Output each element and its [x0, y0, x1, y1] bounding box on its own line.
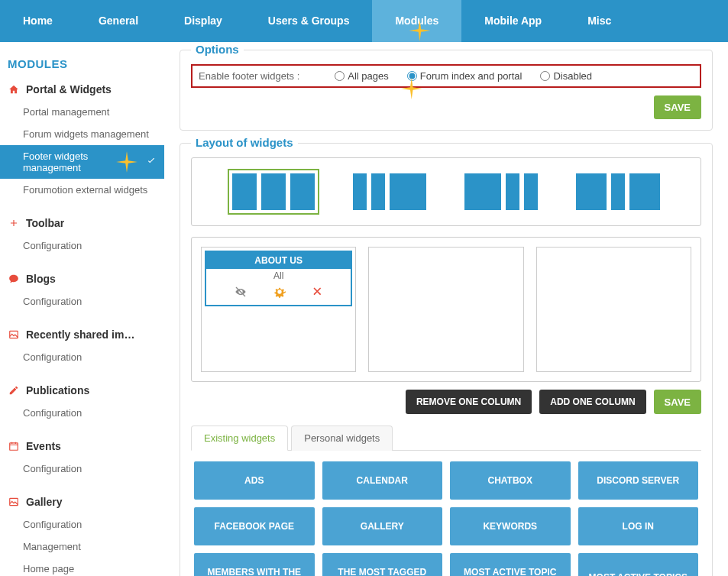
- sidebar-item-footer-widgets[interactable]: Footer widgets management: [0, 145, 164, 179]
- widget-tile-keywords[interactable]: KEYWORDS: [450, 507, 571, 545]
- enable-footer-widgets-row: Enable footer widgets : All pages Forum …: [191, 64, 701, 88]
- home-icon: [8, 83, 20, 95]
- options-panel: Options Enable footer widgets : All page…: [180, 50, 713, 131]
- check-icon: [146, 156, 157, 169]
- sidebar-item-publications-config[interactable]: Configuration: [0, 402, 164, 424]
- nav-misc[interactable]: Misc: [565, 0, 634, 42]
- sidebar-item-recently-shared-config[interactable]: Configuration: [0, 346, 164, 368]
- sidebar-item-toolbar-config[interactable]: Configuration: [0, 235, 164, 257]
- sidebar-head-toolbar[interactable]: Toolbar: [0, 212, 164, 235]
- radio-forum-index-portal[interactable]: Forum index and portal: [407, 70, 523, 82]
- top-nav: Home General Display Users & Groups Modu…: [0, 0, 728, 42]
- sidebar-section-gallery: Gallery Configuration Management Home pa…: [0, 490, 164, 576]
- sidebar-section-portal-widgets: Portal & Widgets Portal management Forum…: [0, 78, 164, 201]
- sidebar-item-gallery-management[interactable]: Management: [0, 536, 164, 558]
- tab-existing-widgets[interactable]: Existing widgets: [191, 426, 288, 451]
- layout-presets: [191, 157, 701, 226]
- nav-users-groups[interactable]: Users & Groups: [245, 0, 373, 42]
- sidebar-item-blogs-config[interactable]: Configuration: [0, 290, 164, 312]
- widget-drop-zones: ABOUT US All: [191, 237, 701, 382]
- nav-display[interactable]: Display: [161, 0, 245, 42]
- widget-tile-most-points[interactable]: MEMBERS WITH THE MOST POINTS: [194, 553, 315, 576]
- nav-modules[interactable]: Modules: [372, 0, 461, 42]
- widget-meta: All: [206, 269, 351, 283]
- eye-off-icon[interactable]: [235, 286, 247, 300]
- sidebar-item-gallery-homepage[interactable]: Home page: [0, 558, 164, 576]
- sidebar-section-recently-shared: Recently shared im… Configuration: [0, 323, 164, 368]
- sidebar-section-blogs: Blogs Configuration: [0, 267, 164, 312]
- widget-tile-active-topics[interactable]: MOST ACTIVE TOPICS: [578, 553, 699, 576]
- widget-tile-discord[interactable]: DISCORD SERVER: [578, 461, 699, 500]
- widget-title: ABOUT US: [206, 252, 351, 269]
- widget-tile-active-starters[interactable]: MOST ACTIVE TOPIC STARTERS: [450, 553, 571, 576]
- widget-zone-1[interactable]: ABOUT US All: [201, 247, 356, 372]
- sidebar-item-gallery-config[interactable]: Configuration: [0, 513, 164, 536]
- layout-preset-2[interactable]: [348, 169, 431, 215]
- options-save-button[interactable]: SAVE: [654, 95, 701, 119]
- chat-icon: [8, 273, 20, 285]
- sidebar-head-portal-widgets[interactable]: Portal & Widgets: [0, 78, 164, 101]
- sidebar-head-events[interactable]: Events: [0, 435, 164, 458]
- svg-rect-1: [10, 443, 18, 450]
- plus-icon: [8, 217, 20, 229]
- add-column-button[interactable]: ADD ONE COLUMN: [539, 390, 645, 414]
- widget-tile-login[interactable]: LOG IN: [578, 507, 699, 545]
- remove-column-button[interactable]: REMOVE ONE COLUMN: [406, 390, 532, 414]
- layout-preset-4[interactable]: [571, 169, 665, 215]
- nav-general[interactable]: General: [76, 0, 161, 42]
- layout-title: Layout of widgets: [191, 136, 298, 149]
- image-icon: [8, 496, 20, 508]
- widget-tile-facebook[interactable]: FACEBOOK PAGE: [194, 507, 315, 545]
- radio-all-pages[interactable]: All pages: [335, 70, 388, 82]
- existing-widgets-grid: ADS CALENDAR CHATBOX DISCORD SERVER FACE…: [191, 451, 701, 576]
- sidebar-head-publications[interactable]: Publications: [0, 379, 164, 402]
- widget-zone-2[interactable]: [368, 247, 523, 372]
- sidebar-head-blogs[interactable]: Blogs: [0, 267, 164, 290]
- sidebar-item-events-config[interactable]: Configuration: [0, 458, 164, 480]
- layout-save-button[interactable]: SAVE: [654, 390, 701, 414]
- sidebar-section-toolbar: Toolbar Configuration: [0, 212, 164, 257]
- layout-preset-1[interactable]: [228, 169, 319, 215]
- calendar-icon: [8, 440, 20, 452]
- radio-disabled[interactable]: Disabled: [540, 70, 592, 82]
- sidebar-item-forumotion-external[interactable]: Forumotion external widgets: [0, 179, 164, 201]
- nav-home[interactable]: Home: [0, 0, 76, 42]
- gear-icon[interactable]: [273, 286, 286, 300]
- sidebar-section-publications: Publications Configuration: [0, 379, 164, 424]
- sidebar-head-recently-shared[interactable]: Recently shared im…: [0, 323, 164, 346]
- sidebar-section-events: Events Configuration: [0, 435, 164, 480]
- widget-zone-3[interactable]: [536, 247, 691, 372]
- sidebar: MODULES Portal & Widgets Portal manageme…: [0, 42, 164, 576]
- main-content: Options Enable footer widgets : All page…: [164, 42, 728, 576]
- widget-tile-most-tagged[interactable]: THE MOST TAGGED MEMBERS: [322, 553, 443, 576]
- layout-panel: Layout of widgets: [180, 143, 713, 576]
- options-title: Options: [191, 43, 244, 56]
- tab-personal-widgets[interactable]: Personal widgets: [291, 426, 393, 451]
- sidebar-item-forum-widgets[interactable]: Forum widgets management: [0, 123, 164, 145]
- widget-tile-calendar[interactable]: CALENDAR: [322, 461, 443, 500]
- widget-tile-chatbox[interactable]: CHATBOX: [450, 461, 571, 500]
- sidebar-head-gallery[interactable]: Gallery: [0, 490, 164, 513]
- image-icon: [8, 328, 20, 341]
- layout-preset-3[interactable]: [460, 169, 542, 215]
- widget-tile-ads[interactable]: ADS: [194, 461, 315, 500]
- enable-footer-label: Enable footer widgets :: [199, 70, 299, 82]
- sidebar-item-portal-management[interactable]: Portal management: [0, 101, 164, 123]
- pencil-icon: [8, 384, 20, 396]
- delete-icon[interactable]: [312, 286, 322, 300]
- widget-tabs: Existing widgets Personal widgets: [191, 425, 701, 451]
- sidebar-title: MODULES: [0, 50, 164, 78]
- nav-mobile-app[interactable]: Mobile App: [461, 0, 565, 42]
- widget-about-us[interactable]: ABOUT US All: [205, 251, 352, 306]
- widget-tile-gallery[interactable]: GALLERY: [322, 507, 443, 545]
